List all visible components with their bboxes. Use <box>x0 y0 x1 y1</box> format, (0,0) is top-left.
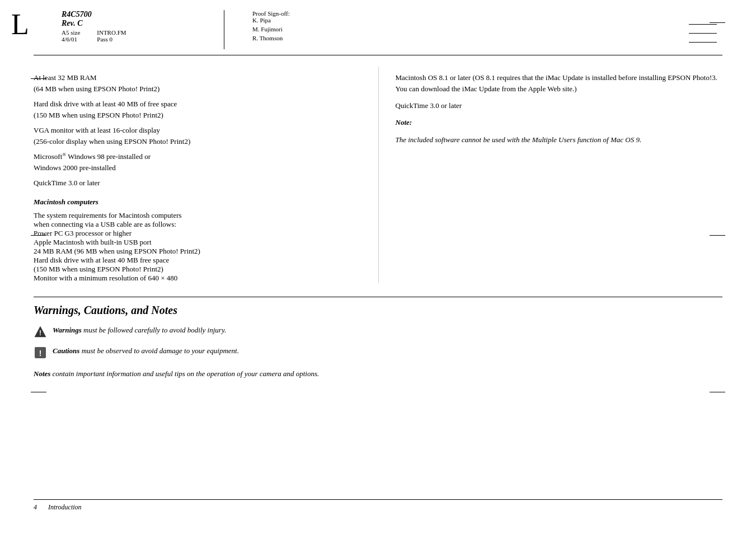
caution-icon: ! <box>34 346 47 359</box>
proof-name-2: M. Fujimori <box>252 26 684 34</box>
mac-section: Macintosh computers The system requireme… <box>34 198 361 283</box>
header-divider <box>224 10 224 49</box>
req-hdd: Hard disk drive with at least 40 MB of f… <box>34 99 361 120</box>
footer-section-title: Introduction <box>48 503 82 512</box>
margin-rule-right-1 <box>710 22 725 23</box>
warning-icon: ! <box>34 325 47 339</box>
caution-label: Cautions <box>53 346 79 355</box>
caution-body: must be observed to avoid damage to your… <box>79 346 239 355</box>
req-vga: VGA monitor with at least 16-color displ… <box>34 125 361 147</box>
mac-req-processor: Power PC G3 processor or higher <box>34 229 361 238</box>
caution-item: ! Cautions must be observed to avoid dam… <box>34 345 722 359</box>
svg-text:!: ! <box>39 349 42 358</box>
footer: 4 Introduction <box>34 499 722 512</box>
notes-item: Notes contain important information and … <box>34 368 722 380</box>
warning-body: must be followed carefully to avoid bodi… <box>82 326 226 334</box>
proof-table: K. Pipa M. Fujimori R. Thomson <box>252 17 722 43</box>
note-label: Note: <box>396 118 412 127</box>
pc-requirements: At least 32 MB RAM(64 MB when using EPSO… <box>34 72 361 189</box>
margin-rule-left-1 <box>31 78 46 79</box>
req-ram: At least 32 MB RAM(64 MB when using EPSO… <box>34 72 361 94</box>
wcn-section: Warnings, Cautions, and Notes ! Warnings… <box>0 297 756 380</box>
mac-intro: The system requirements for Macintosh co… <box>34 211 361 229</box>
header: L R4C5700 Rev. C A5 size 4/6/01 INTRO.FM… <box>0 0 756 55</box>
large-letter: L <box>11 10 29 39</box>
proof-name-1: K. Pipa <box>252 17 684 25</box>
footer-page-number: 4 <box>34 503 37 512</box>
mac-heading: Macintosh computers <box>34 198 361 207</box>
right-column: Macintosh OS 8.1 or later (OS 8.1 requir… <box>378 67 723 283</box>
proof-blank-2 <box>689 26 717 34</box>
size-date: A5 size 4/6/01 <box>62 29 80 43</box>
model-name: R4C5700 <box>62 10 213 19</box>
warning-label: Warnings <box>53 326 82 334</box>
proof-blank-3 <box>689 35 717 43</box>
right-quicktime: QuickTime 3.0 or later <box>396 100 723 111</box>
page: L R4C5700 Rev. C A5 size 4/6/01 INTRO.FM… <box>0 0 756 534</box>
wcn-items: ! Warnings must be followed carefully to… <box>34 325 722 380</box>
right-mac-os: Macintosh OS 8.1 or later (OS 8.1 requir… <box>396 72 723 95</box>
svg-text:!: ! <box>39 329 41 337</box>
mac-req-hdd: Hard disk drive with at least 40 MB free… <box>34 256 361 274</box>
note-body: The included software cannot be used wit… <box>396 134 723 146</box>
req-windows: Microsoft® Windows 98 pre-installed orWi… <box>34 151 361 173</box>
mac-req-monitor: Monitor with a minimum resolution of 640… <box>34 274 361 283</box>
wcn-divider <box>34 297 722 297</box>
header-left: R4C5700 Rev. C A5 size 4/6/01 INTRO.FM P… <box>34 10 213 49</box>
header-meta: A5 size 4/6/01 INTRO.FM Pass 0 <box>62 29 213 43</box>
notes-body: contain important information and useful… <box>50 369 319 378</box>
proof-blank-1 <box>689 17 717 25</box>
mac-req-ram: 24 MB RAM (96 MB when using EPSON Photo!… <box>34 247 361 256</box>
margin-rule-right-3 <box>710 392 725 392</box>
margin-rule-left-3 <box>31 392 46 392</box>
note-label-text: Note: <box>396 117 723 128</box>
main-content: At least 32 MB RAM(64 MB when using EPSO… <box>0 55 756 294</box>
revision: Rev. C <box>62 19 213 28</box>
left-column: At least 32 MB RAM(64 MB when using EPSO… <box>34 67 378 283</box>
warning-item: ! Warnings must be followed carefully to… <box>34 325 722 339</box>
mac-req-usb: Apple Macintosh with built-in USB port <box>34 238 361 247</box>
req-quicktime: QuickTime 3.0 or later <box>34 177 361 189</box>
proof-title: Proof Sign-off: <box>252 10 722 17</box>
wcn-title: Warnings, Cautions, and Notes <box>34 304 722 317</box>
margin-rule-right-2 <box>710 235 725 236</box>
margin-rule-left-2 <box>31 235 46 236</box>
notes-label: Notes <box>34 369 50 378</box>
warning-text: Warnings must be followed carefully to a… <box>53 325 226 336</box>
proof-name-3: R. Thomson <box>252 35 684 43</box>
proof-signoff: Proof Sign-off: K. Pipa M. Fujimori R. T… <box>236 10 722 49</box>
file-pass: INTRO.FM Pass 0 <box>97 29 126 43</box>
caution-text: Cautions must be observed to avoid damag… <box>53 345 239 357</box>
